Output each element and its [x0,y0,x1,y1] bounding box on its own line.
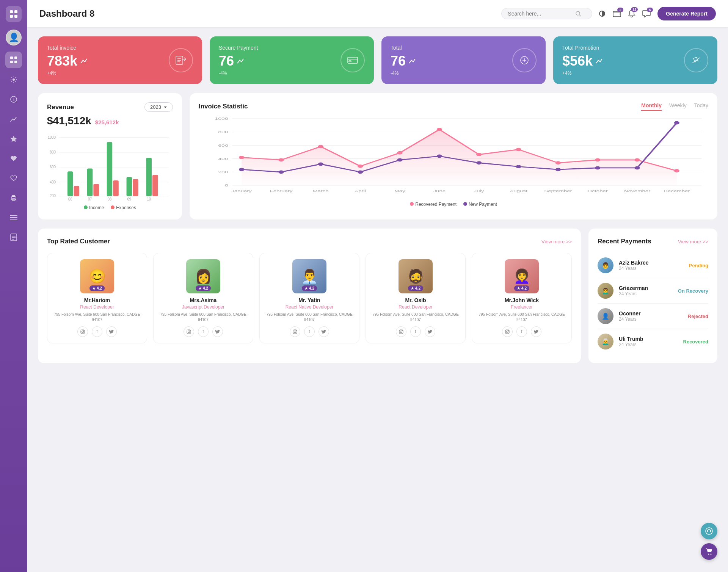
fab-cart-button[interactable] [701,543,717,560]
svg-text:800: 800 [218,130,228,134]
invoice-title: Invoice Statistic [199,103,248,110]
facebook-icon-2[interactable]: f [304,326,315,337]
sidebar-item-heart[interactable] [5,150,22,167]
svg-text:November: November [624,189,650,193]
svg-rect-5 [14,56,17,59]
page-content: Total invoice 783k +4% [27,27,728,572]
svg-rect-50 [133,179,138,196]
page-title: Dashboard 8 [39,8,495,19]
rating-badge-2: ★4.2 [302,285,317,291]
dark-mode-toggle[interactable] [598,10,606,17]
twitter-icon-0[interactable] [106,326,117,337]
svg-point-75 [397,151,402,155]
sidebar-logo [6,6,22,22]
payment-info-0: Aziz Bakree 24 Years [619,260,684,271]
sidebar-item-wishlist[interactable] [5,170,22,186]
svg-rect-18 [11,234,17,241]
svg-text:200: 200 [218,170,228,174]
sidebar-item-dashboard[interactable] [5,52,22,68]
customer-card-4: 👩‍🦱 ★4.2 Mr.John Wick Freelancer 795 Fol… [472,253,572,343]
payment-status-0: Pending [689,263,708,268]
total-icon [512,48,537,72]
facebook-icon-0[interactable]: f [92,326,102,337]
wallet-icon[interactable]: 2 [613,10,621,17]
twitter-icon-2[interactable] [318,326,329,337]
fab-support-button[interactable] [701,523,717,539]
facebook-icon-3[interactable]: f [410,326,421,337]
svg-text:i: i [13,97,14,102]
payment-info-1: Griezerman 24 Years [619,285,673,296]
svg-marker-11 [11,136,17,142]
sidebar-item-settings[interactable] [5,71,22,88]
search-input[interactable] [508,11,572,17]
tab-weekly[interactable]: Weekly [669,102,687,111]
twitter-icon-4[interactable] [531,326,541,337]
payment-avatar-0: 👨 [598,257,613,273]
payments-view-more[interactable]: View more >> [678,239,708,244]
payment-info-2: Oconner 24 Years [619,310,682,322]
search-bar[interactable] [501,8,592,19]
svg-rect-47 [107,142,113,196]
svg-point-82 [674,169,679,172]
facebook-icon-1[interactable]: f [198,326,209,337]
svg-point-90 [516,165,521,168]
invoice-tabs: Monthly Weekly Today [641,102,708,111]
sidebar-item-analytics[interactable] [5,111,22,127]
sidebar-item-reports[interactable] [5,229,22,246]
instagram-icon-3[interactable] [396,326,406,337]
customer-card-0: 😊 ★4.2 Mr.Hariom React Developer 795 Fol… [47,253,147,343]
year-select[interactable]: 2023 [144,102,173,112]
customers-card: Top Rated Customer View more >> 😊 ★4.2 M… [38,229,581,363]
svg-point-87 [397,158,402,162]
svg-point-79 [555,161,561,165]
charts-row: Revenue 2023 $41,512k $25,612k [38,93,717,219]
revenue-chart-card: Revenue 2023 $41,512k $25,612k [38,93,182,219]
instagram-icon-2[interactable] [290,326,300,337]
svg-rect-45 [87,168,93,196]
svg-point-117 [400,331,402,333]
svg-point-78 [516,148,521,151]
svg-point-8 [13,78,15,81]
customer-card-1: 👩 ★4.2 Mrs.Asima Javascript Developer 79… [153,253,253,343]
svg-point-93 [634,166,640,169]
svg-point-74 [358,165,363,168]
twitter-icon-3[interactable] [425,326,435,337]
instagram-icon-4[interactable] [502,326,513,337]
generate-report-button[interactable]: Generate Report [657,7,716,20]
svg-rect-49 [127,177,132,196]
svg-point-109 [84,331,84,331]
sidebar: 👤 i [0,0,27,572]
svg-text:October: October [588,189,608,193]
rating-badge-0: ★4.2 [89,285,105,291]
rating-badge-4: ★4.2 [514,285,529,291]
svg-point-126 [711,554,712,555]
bell-icon[interactable]: 12 [628,9,635,18]
svg-text:December: December [664,189,690,193]
payment-status-1: On Recovery [678,288,708,294]
instagram-icon-0[interactable] [77,326,88,337]
search-icon [575,11,581,17]
svg-text:400: 400 [50,180,56,184]
sidebar-item-info[interactable]: i [5,91,22,108]
svg-point-85 [318,163,323,166]
sidebar-item-print[interactable] [5,190,22,206]
svg-text:600: 600 [50,165,56,169]
twitter-icon-1[interactable] [212,326,223,337]
sidebar-item-menu[interactable] [5,209,22,226]
sidebar-item-favorites[interactable] [5,130,22,147]
header-icons: 2 12 5 Generate Report [598,7,716,20]
svg-text:08: 08 [108,197,111,201]
avatar[interactable]: 👤 [6,30,22,45]
facebook-icon-4[interactable]: f [516,326,527,337]
svg-text:January: January [231,189,252,193]
svg-point-94 [674,121,679,125]
svg-point-123 [707,530,708,532]
customers-view-more[interactable]: View more >> [541,239,572,244]
payments-card: Recent Payments View more >> 👨 Aziz Bakr… [588,229,717,363]
chat-icon[interactable]: 5 [642,10,651,17]
tab-monthly[interactable]: Monthly [641,102,662,111]
svg-point-92 [595,166,600,169]
instagram-icon-1[interactable] [184,326,194,337]
svg-point-122 [706,528,712,534]
tab-today[interactable]: Today [694,102,708,111]
